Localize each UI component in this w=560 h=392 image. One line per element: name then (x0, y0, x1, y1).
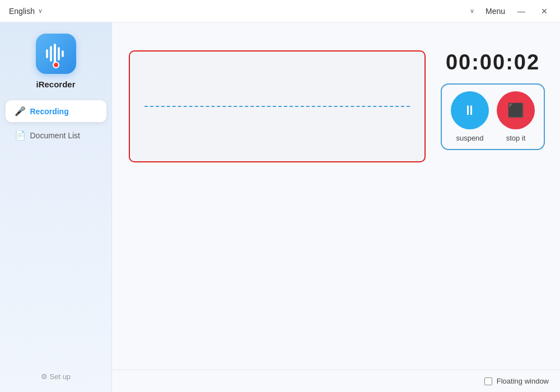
stop-button[interactable]: ⬛ (497, 91, 535, 129)
footer-bar: Floating window (112, 370, 560, 392)
recording-area: 00:00:02 ⏸ suspend ⬛ stop it (129, 50, 549, 162)
title-bar-left: English ∨ (9, 7, 43, 16)
waveform-inner (130, 52, 424, 161)
main-layout: iRecorder 🎤 Recording 📄 Document List ⚙ … (0, 22, 560, 392)
svg-rect-0 (46, 49, 48, 58)
app-icon (36, 34, 76, 74)
stop-icon: ⬛ (507, 102, 524, 118)
document-icon: 📄 (15, 130, 26, 141)
svg-rect-3 (58, 47, 60, 60)
suspend-label: suspend (456, 134, 483, 142)
language-label: English (9, 7, 35, 16)
stop-button-wrap: ⬛ stop it (497, 91, 535, 142)
floating-window-label: Floating window (497, 377, 549, 385)
pause-icon: ⏸ (463, 102, 477, 118)
stop-label: stop it (506, 134, 526, 142)
waveform-line (144, 106, 409, 107)
waveform-box (129, 50, 426, 162)
content-area: 00:00:02 ⏸ suspend ⬛ stop it (112, 22, 560, 392)
minimize-button[interactable]: — (514, 6, 529, 17)
footer-right: Floating window (484, 377, 549, 385)
mic-icon: 🎤 (15, 106, 26, 116)
sidebar: iRecorder 🎤 Recording 📄 Document List ⚙ … (0, 22, 112, 392)
svg-rect-4 (62, 50, 64, 57)
svg-rect-2 (54, 44, 56, 64)
floating-window-checkbox[interactable] (484, 377, 492, 385)
svg-rect-1 (50, 46, 52, 62)
controls-panel: 00:00:02 ⏸ suspend ⬛ stop it (437, 50, 549, 150)
sidebar-item-recording[interactable]: 🎤 Recording (6, 100, 106, 122)
menu-button[interactable]: Menu (486, 7, 505, 16)
recording-nav-label: Recording (30, 107, 69, 116)
suspend-button-wrap: ⏸ suspend (451, 91, 489, 142)
suspend-button[interactable]: ⏸ (451, 91, 489, 129)
title-bar: English ∨ ∨ Menu — ✕ (0, 0, 560, 22)
control-buttons-row: ⏸ suspend ⬛ stop it (441, 83, 545, 150)
sidebar-item-document-list[interactable]: 📄 Document List (6, 124, 106, 146)
document-list-nav-label: Document List (30, 131, 80, 140)
record-indicator (53, 62, 59, 68)
title-bar-right: ∨ Menu — ✕ (470, 6, 551, 17)
timer-display: 00:00:02 (446, 50, 540, 74)
app-name: iRecorder (36, 80, 75, 89)
language-chevron-icon: ∨ (38, 7, 43, 15)
close-button[interactable]: ✕ (538, 6, 551, 17)
setup-button[interactable]: ⚙ Set up (41, 367, 71, 386)
menu-chevron-icon: ∨ (470, 7, 474, 15)
